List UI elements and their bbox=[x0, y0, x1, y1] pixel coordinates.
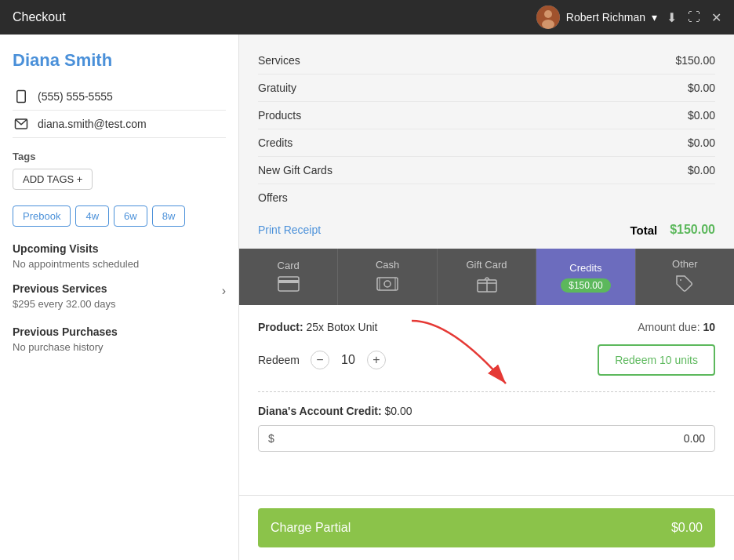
summary-row-gift-cards: New Gift Cards $0.00 bbox=[258, 157, 715, 184]
prebook-4w-button[interactable]: 4w bbox=[75, 205, 109, 227]
svg-point-2 bbox=[542, 20, 554, 29]
upcoming-visits-label: Upcoming Visits bbox=[13, 242, 226, 255]
tags-label: Tags bbox=[13, 151, 226, 162]
gratuity-label: Gratuity bbox=[258, 82, 296, 94]
charge-btn-value: $0.00 bbox=[671, 521, 703, 535]
svg-rect-7 bbox=[278, 280, 299, 283]
previous-purchases-label: Previous Purchases bbox=[13, 325, 226, 338]
offers-label: Offers bbox=[258, 191, 288, 204]
redeem-units-button[interactable]: Redeem 10 units bbox=[598, 344, 715, 376]
tab-cash[interactable]: Cash bbox=[338, 249, 437, 305]
products-value: $0.00 bbox=[688, 109, 715, 122]
phone-icon bbox=[13, 88, 30, 105]
increment-button[interactable]: + bbox=[367, 351, 386, 369]
charge-btn-row: Charge Partial $0.00 bbox=[239, 495, 734, 560]
expand-icon[interactable]: ⛶ bbox=[688, 10, 700, 24]
add-tags-button[interactable]: ADD TAGS + bbox=[13, 169, 93, 190]
email-row: diana.smith@test.com bbox=[13, 111, 226, 138]
product-row: Product: 25x Botox Unit Amount due: 10 bbox=[258, 321, 715, 333]
total-value: $150.00 bbox=[670, 223, 715, 237]
stepper-value: 10 bbox=[340, 353, 356, 367]
chevron-down-icon[interactable]: › bbox=[222, 284, 226, 298]
credits-tab-label: Credits bbox=[569, 262, 601, 274]
user-dropdown-icon[interactable]: ▾ bbox=[652, 11, 657, 24]
credits-content: Product: 25x Botox Unit Amount due: 10 R… bbox=[239, 305, 734, 495]
previous-purchases-text: No purchase history bbox=[13, 341, 226, 353]
title-bar-right: Robert Richman ▾ ⬇ ⛶ ✕ bbox=[536, 5, 721, 29]
tab-other[interactable]: Other bbox=[636, 249, 734, 305]
redeem-row: Redeem − 10 + Redeem 10 units bbox=[258, 344, 715, 376]
charge-partial-button[interactable]: Charge Partial $0.00 bbox=[258, 508, 715, 547]
minimize-icon[interactable]: ⬇ bbox=[667, 10, 677, 25]
svg-rect-6 bbox=[278, 277, 299, 291]
summary-row-gratuity: Gratuity $0.00 bbox=[258, 75, 715, 102]
svg-point-9 bbox=[384, 281, 391, 287]
right-panel: Services $150.00 Gratuity $0.00 Products… bbox=[239, 35, 734, 560]
summary-section: Services $150.00 Gratuity $0.00 Products… bbox=[239, 35, 734, 211]
summary-row-credits: Credits $0.00 bbox=[258, 129, 715, 157]
tags-section: Tags ADD TAGS + bbox=[13, 151, 226, 190]
credits-value: $0.00 bbox=[688, 136, 715, 149]
tab-card[interactable]: Card bbox=[239, 249, 338, 305]
previous-services-info: Previous Services $295 every 32.00 days bbox=[13, 282, 116, 310]
email-address: diana.smith@test.com bbox=[38, 118, 147, 130]
prebook-button[interactable]: Prebook bbox=[13, 205, 71, 227]
svg-rect-8 bbox=[377, 278, 398, 290]
email-icon bbox=[13, 115, 30, 133]
total-label: Total bbox=[630, 224, 657, 237]
summary-row-services: Services $150.00 bbox=[258, 47, 715, 75]
previous-services-row: Previous Services $295 every 32.00 days … bbox=[13, 282, 226, 310]
left-panel: Diana Smith (555) 555-5555 diana.smith@t… bbox=[0, 35, 239, 560]
cash-tab-icon bbox=[376, 275, 398, 295]
services-value: $150.00 bbox=[675, 54, 715, 67]
close-icon[interactable]: ✕ bbox=[711, 10, 721, 25]
redeem-controls: Redeem − 10 + bbox=[258, 351, 386, 369]
window-title: Checkout bbox=[13, 10, 66, 24]
product-label-text: Product: bbox=[258, 321, 306, 333]
card-tab-icon bbox=[278, 276, 300, 294]
prebook-section: Prebook 4w 6w 8w bbox=[13, 205, 226, 227]
summary-row-products: Products $0.00 bbox=[258, 102, 715, 129]
tab-credits[interactable]: Credits $150.00 bbox=[536, 249, 635, 305]
gift-card-tab-icon bbox=[477, 275, 497, 295]
charge-btn-label: Charge Partial bbox=[271, 521, 351, 535]
product-name: Product: 25x Botox Unit bbox=[258, 321, 378, 333]
card-tab-label: Card bbox=[278, 260, 300, 271]
previous-services-text: $295 every 32.00 days bbox=[13, 298, 116, 310]
amount-due-value: 10 bbox=[703, 321, 715, 333]
phone-number: (555) 555-5555 bbox=[38, 90, 113, 103]
credits-badge: $150.00 bbox=[561, 278, 610, 293]
account-credit-name: Diana's Account Credit: bbox=[258, 405, 382, 417]
credit-input-wrapper: $ bbox=[258, 425, 715, 452]
amount-due: Amount due: 10 bbox=[638, 321, 715, 333]
amount-due-label: Amount due: bbox=[638, 321, 703, 333]
tab-gift-card[interactable]: Gift Card bbox=[438, 249, 536, 305]
gratuity-value: $0.00 bbox=[688, 82, 715, 94]
product-name-text: 25x Botox Unit bbox=[306, 321, 377, 333]
gift-card-tab-label: Gift Card bbox=[467, 259, 507, 271]
phone-row: (555) 555-5555 bbox=[13, 83, 226, 111]
svg-point-1 bbox=[544, 10, 552, 18]
credit-amount-input[interactable] bbox=[279, 432, 705, 445]
previous-services-label: Previous Services bbox=[13, 282, 116, 295]
main-layout: Diana Smith (555) 555-5555 diana.smith@t… bbox=[0, 35, 734, 560]
print-receipt-link[interactable]: Print Receipt bbox=[258, 217, 321, 242]
services-label: Services bbox=[258, 54, 300, 67]
prebook-8w-button[interactable]: 8w bbox=[152, 205, 186, 227]
window-controls: ⬇ ⛶ ✕ bbox=[667, 10, 721, 25]
prebook-6w-button[interactable]: 6w bbox=[114, 205, 147, 227]
gift-cards-label: New Gift Cards bbox=[258, 164, 332, 176]
cash-tab-label: Cash bbox=[376, 259, 399, 271]
user-name: Robert Richman bbox=[566, 11, 645, 24]
account-credit-section: Diana's Account Credit: $0.00 $ bbox=[258, 391, 715, 452]
title-bar: Checkout Robert Richman ▾ ⬇ ⛶ ✕ bbox=[0, 0, 734, 35]
currency-symbol: $ bbox=[268, 432, 274, 445]
upcoming-visits-text: No appointments scheduled bbox=[13, 258, 226, 270]
products-label: Products bbox=[258, 109, 301, 122]
other-tab-label: Other bbox=[672, 258, 698, 270]
account-credit-label: Diana's Account Credit: $0.00 bbox=[258, 405, 715, 417]
account-credit-value: $0.00 bbox=[385, 405, 412, 417]
redeem-label: Redeem bbox=[258, 354, 300, 366]
user-info: Robert Richman ▾ bbox=[536, 5, 657, 29]
decrement-button[interactable]: − bbox=[311, 351, 329, 369]
